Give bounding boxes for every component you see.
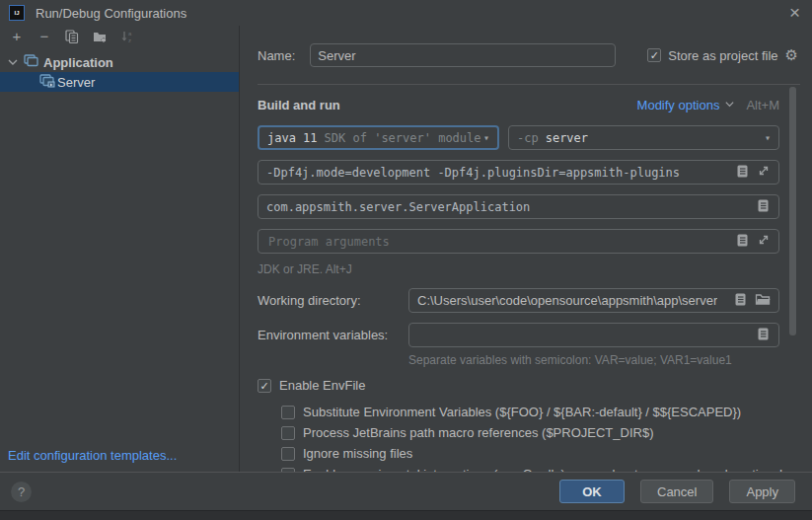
insert-macros-icon[interactable] [735,233,750,251]
environment-variables-hint: Separate variables with semicolon: VAR=v… [408,353,732,367]
add-configuration-icon[interactable]: + [9,29,25,44]
expand-field-icon[interactable] [757,233,771,250]
envfile-option-row: Process JetBrains path macro references … [281,425,653,440]
insert-macros-icon[interactable] [733,292,748,310]
copy-configuration-icon[interactable] [64,29,80,44]
program-arguments-field[interactable] [258,229,779,254]
vm-options-field[interactable]: -Dpf4j.mode=development -Dpf4j.pluginsDi… [258,160,779,185]
new-folder-icon[interactable] [92,29,108,44]
name-input-field[interactable] [318,48,608,63]
chevron-down-icon[interactable] [724,98,735,112]
name-label: Name: [258,48,295,63]
working-directory-value: C:\Users\user\code\opensource\appsmith\a… [417,293,717,308]
tree-node-application[interactable]: Application [0,52,239,72]
store-as-project-file-checkbox[interactable]: ✓ [647,48,661,62]
process-path-macros-checkbox[interactable] [281,426,295,440]
name-row: Name: ✓ Store as project file ⚙ [258,43,798,67]
configuration-form: Name: ✓ Store as project file ⚙ Build an… [241,26,812,472]
tree-node-server[interactable]: Server [0,72,239,92]
tree-node-label: Application [43,55,113,70]
enable-envfile-checkbox[interactable]: ✓ [258,379,271,393]
store-as-project-file-group: ✓ Store as project file ⚙ [647,46,798,64]
classpath-value: server [546,131,588,145]
close-icon[interactable]: × [789,1,800,25]
browse-folder-icon[interactable] [755,292,771,309]
apply-button[interactable]: Apply [729,480,795,503]
classpath-selector[interactable]: -cp server ▾ [508,125,779,150]
section-separator [258,84,800,85]
cancel-button[interactable]: Cancel [640,480,713,503]
jre-description: SDK of 'server' module [325,131,481,145]
chevron-down-icon[interactable] [7,56,19,68]
expand-field-icon[interactable] [757,164,771,181]
tree-node-label: Server [57,75,95,90]
working-directory-label: Working directory: [258,293,408,308]
background-window-strip [0,510,812,520]
enable-envfile-label: Enable EnvFile [279,378,365,393]
name-input[interactable] [310,43,616,67]
envfile-option-label: Substitute Environment Variables (${FOO}… [303,405,741,419]
build-and-run-header: Build and run Modify options Alt+M [258,98,779,112]
envfile-option-label: Process JetBrains path macro references … [303,425,653,440]
insert-macros-icon[interactable] [735,164,750,182]
enable-envfile-row: ✓ Enable EnvFile [258,378,365,393]
store-as-project-file-label: Store as project file [668,48,777,63]
configurations-sidebar: + − [0,26,240,472]
edit-configuration-templates-link[interactable]: Edit configuration templates... [8,448,177,463]
environment-variables-label: Environment variables: [258,328,408,342]
run-debug-configurations-dialog: IJ Run/Debug Configurations × + − [0,0,812,520]
ok-button[interactable]: OK [559,480,625,503]
dialog-footer: ? OK Cancel Apply [0,472,812,510]
insert-macros-icon[interactable] [756,327,771,344]
modify-options-link[interactable]: Modify options [637,98,720,112]
intellij-logo-icon: IJ [9,5,25,21]
main-class-value: com.appsmith.server.ServerApplication [266,200,530,214]
working-directory-field[interactable]: C:\Users\user\code\opensource\appsmith\a… [408,288,779,313]
program-arguments-input[interactable] [266,234,735,250]
sort-configurations-icon: a z [119,29,135,44]
classpath-prefix: -cp [517,131,539,145]
configurations-tree: Application Server [0,52,239,92]
vertical-scrollbar[interactable] [789,87,796,335]
ignore-missing-files-checkbox[interactable] [281,447,295,461]
modify-options-shortcut: Alt+M [746,98,779,112]
working-directory-row: Working directory: C:\Users\user\code\op… [258,288,779,313]
build-and-run-heading: Build and run [258,98,340,112]
application-icon [24,54,38,70]
envfile-option-label: Ignore missing files [303,446,412,461]
substitute-env-vars-checkbox[interactable] [281,406,295,419]
envfile-option-row: Substitute Environment Variables (${FOO}… [281,405,741,419]
chevron-down-icon[interactable]: ▾ [765,132,771,143]
environment-variables-row: Environment variables: [258,323,779,347]
help-icon[interactable]: ? [11,482,32,502]
main-class-field[interactable]: com.appsmith.server.ServerApplication [258,194,779,219]
jre-hint: JDK or JRE. Alt+J [258,262,352,276]
jre-value: java 11 [267,131,318,145]
dialog-title: Run/Debug Configurations [36,6,186,21]
environment-variables-field[interactable] [408,323,779,347]
title-bar: IJ Run/Debug Configurations × [0,0,812,26]
envfile-option-row: Ignore missing files [281,446,412,461]
insert-macros-icon[interactable] [756,198,771,216]
configurations-toolbar: + − [0,26,239,47]
gear-icon[interactable]: ⚙ [785,46,798,64]
svg-text:a: a [128,31,132,37]
jre-selector[interactable]: java 11 SDK of 'server' module ▾ [258,125,499,150]
run-configuration-icon [39,74,55,91]
remove-configuration-icon[interactable]: − [37,29,52,44]
chevron-down-icon[interactable]: ▾ [483,132,489,143]
vm-options-value: -Dpf4j.mode=development -Dpf4j.pluginsDi… [266,166,680,180]
svg-text:z: z [128,37,131,43]
